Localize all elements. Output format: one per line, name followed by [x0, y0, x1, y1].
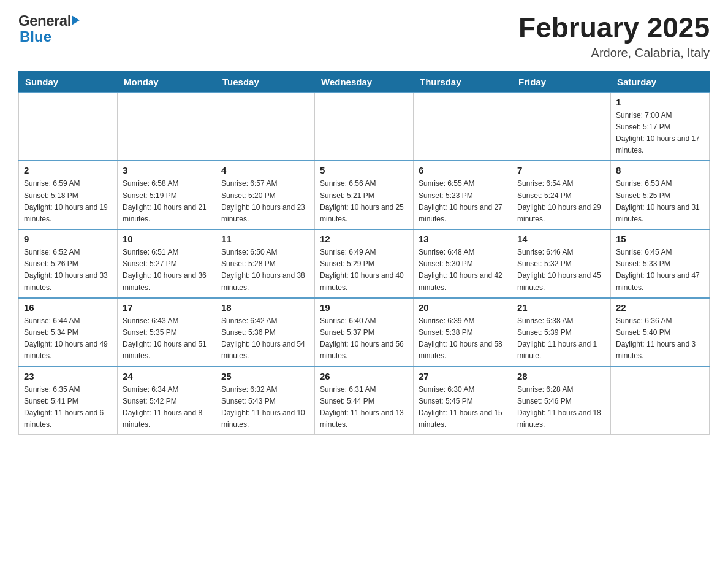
day-info: Sunrise: 6:40 AM Sunset: 5:37 PM Dayligh…	[320, 315, 408, 362]
calendar-cell: 20Sunrise: 6:39 AM Sunset: 5:38 PM Dayli…	[414, 298, 512, 367]
calendar-cell: 1Sunrise: 7:00 AM Sunset: 5:17 PM Daylig…	[611, 93, 710, 161]
day-info: Sunrise: 6:31 AM Sunset: 5:44 PM Dayligh…	[320, 384, 408, 431]
day-number: 2	[24, 165, 112, 175]
day-info: Sunrise: 7:00 AM Sunset: 5:17 PM Dayligh…	[616, 110, 704, 157]
day-number: 9	[24, 234, 112, 244]
day-info: Sunrise: 6:56 AM Sunset: 5:21 PM Dayligh…	[320, 178, 408, 225]
day-number: 11	[221, 234, 309, 244]
day-info: Sunrise: 6:35 AM Sunset: 5:41 PM Dayligh…	[24, 384, 112, 431]
weekday-header-row: SundayMondayTuesdayWednesdayThursdayFrid…	[19, 71, 710, 93]
weekday-header-tuesday: Tuesday	[216, 71, 315, 93]
day-number: 16	[24, 302, 112, 313]
day-info: Sunrise: 6:39 AM Sunset: 5:38 PM Dayligh…	[419, 315, 507, 362]
day-number: 23	[24, 371, 112, 381]
day-info: Sunrise: 6:54 AM Sunset: 5:24 PM Dayligh…	[517, 178, 605, 225]
calendar-cell	[216, 93, 315, 161]
day-info: Sunrise: 6:48 AM Sunset: 5:30 PM Dayligh…	[419, 247, 507, 294]
day-info: Sunrise: 6:46 AM Sunset: 5:32 PM Dayligh…	[517, 247, 605, 294]
day-number: 28	[517, 371, 605, 381]
calendar-cell: 11Sunrise: 6:50 AM Sunset: 5:28 PM Dayli…	[216, 229, 315, 298]
calendar-cell: 23Sunrise: 6:35 AM Sunset: 5:41 PM Dayli…	[19, 367, 118, 435]
day-number: 13	[419, 234, 507, 244]
calendar-cell: 27Sunrise: 6:30 AM Sunset: 5:45 PM Dayli…	[414, 367, 512, 435]
weekday-header-wednesday: Wednesday	[315, 71, 414, 93]
day-info: Sunrise: 6:36 AM Sunset: 5:40 PM Dayligh…	[616, 315, 704, 362]
day-number: 27	[419, 371, 507, 381]
calendar-cell: 28Sunrise: 6:28 AM Sunset: 5:46 PM Dayli…	[512, 367, 611, 435]
day-number: 1	[616, 97, 704, 107]
day-number: 3	[123, 165, 211, 175]
weekday-header-sunday: Sunday	[19, 71, 118, 93]
calendar-cell: 15Sunrise: 6:45 AM Sunset: 5:33 PM Dayli…	[611, 229, 710, 298]
title-block: February 2025 Ardore, Calabria, Italy	[518, 12, 710, 60]
calendar-cell	[19, 93, 118, 161]
day-number: 17	[123, 302, 211, 313]
calendar-cell	[118, 93, 216, 161]
calendar-cell: 10Sunrise: 6:51 AM Sunset: 5:27 PM Dayli…	[118, 229, 216, 298]
day-info: Sunrise: 6:32 AM Sunset: 5:43 PM Dayligh…	[221, 384, 309, 431]
calendar-cell	[611, 367, 710, 435]
calendar-cell: 21Sunrise: 6:38 AM Sunset: 5:39 PM Dayli…	[512, 298, 611, 367]
calendar-week-row: 1Sunrise: 7:00 AM Sunset: 5:17 PM Daylig…	[19, 93, 710, 161]
calendar-cell: 6Sunrise: 6:55 AM Sunset: 5:23 PM Daylig…	[414, 161, 512, 229]
day-info: Sunrise: 6:45 AM Sunset: 5:33 PM Dayligh…	[616, 247, 704, 294]
page-header: General Blue February 2025 Ardore, Calab…	[18, 12, 710, 60]
calendar-cell: 12Sunrise: 6:49 AM Sunset: 5:29 PM Dayli…	[315, 229, 414, 298]
day-number: 22	[616, 302, 704, 313]
calendar-cell	[315, 93, 414, 161]
calendar-cell: 19Sunrise: 6:40 AM Sunset: 5:37 PM Dayli…	[315, 298, 414, 367]
day-info: Sunrise: 6:58 AM Sunset: 5:19 PM Dayligh…	[123, 178, 211, 225]
day-info: Sunrise: 6:51 AM Sunset: 5:27 PM Dayligh…	[123, 247, 211, 294]
day-number: 20	[419, 302, 507, 313]
day-number: 5	[320, 165, 408, 175]
weekday-header-saturday: Saturday	[611, 71, 710, 93]
calendar-cell: 2Sunrise: 6:59 AM Sunset: 5:18 PM Daylig…	[19, 161, 118, 229]
calendar-cell: 7Sunrise: 6:54 AM Sunset: 5:24 PM Daylig…	[512, 161, 611, 229]
calendar-cell: 9Sunrise: 6:52 AM Sunset: 5:26 PM Daylig…	[19, 229, 118, 298]
calendar-cell: 26Sunrise: 6:31 AM Sunset: 5:44 PM Dayli…	[315, 367, 414, 435]
day-number: 4	[221, 165, 309, 175]
day-number: 12	[320, 234, 408, 244]
calendar-cell: 3Sunrise: 6:58 AM Sunset: 5:19 PM Daylig…	[118, 161, 216, 229]
month-year-title: February 2025	[518, 12, 710, 44]
day-number: 10	[123, 234, 211, 244]
day-info: Sunrise: 6:49 AM Sunset: 5:29 PM Dayligh…	[320, 247, 408, 294]
day-info: Sunrise: 6:30 AM Sunset: 5:45 PM Dayligh…	[419, 384, 507, 431]
day-number: 8	[616, 165, 704, 175]
weekday-header-friday: Friday	[512, 71, 611, 93]
calendar-week-row: 9Sunrise: 6:52 AM Sunset: 5:26 PM Daylig…	[19, 229, 710, 298]
calendar-cell	[414, 93, 512, 161]
day-info: Sunrise: 6:57 AM Sunset: 5:20 PM Dayligh…	[221, 178, 309, 225]
weekday-header-monday: Monday	[118, 71, 216, 93]
day-number: 18	[221, 302, 309, 313]
day-number: 15	[616, 234, 704, 244]
day-number: 14	[517, 234, 605, 244]
day-info: Sunrise: 6:59 AM Sunset: 5:18 PM Dayligh…	[24, 178, 112, 225]
day-number: 24	[123, 371, 211, 381]
location-subtitle: Ardore, Calabria, Italy	[518, 46, 710, 60]
calendar-week-row: 23Sunrise: 6:35 AM Sunset: 5:41 PM Dayli…	[19, 367, 710, 435]
calendar-cell: 4Sunrise: 6:57 AM Sunset: 5:20 PM Daylig…	[216, 161, 315, 229]
day-info: Sunrise: 6:28 AM Sunset: 5:46 PM Dayligh…	[517, 384, 605, 431]
day-number: 6	[419, 165, 507, 175]
calendar-cell: 13Sunrise: 6:48 AM Sunset: 5:30 PM Dayli…	[414, 229, 512, 298]
calendar-week-row: 16Sunrise: 6:44 AM Sunset: 5:34 PM Dayli…	[19, 298, 710, 367]
day-number: 21	[517, 302, 605, 313]
weekday-header-thursday: Thursday	[414, 71, 512, 93]
calendar-cell: 25Sunrise: 6:32 AM Sunset: 5:43 PM Dayli…	[216, 367, 315, 435]
day-info: Sunrise: 6:38 AM Sunset: 5:39 PM Dayligh…	[517, 315, 605, 362]
day-info: Sunrise: 6:42 AM Sunset: 5:36 PM Dayligh…	[221, 315, 309, 362]
calendar-cell: 5Sunrise: 6:56 AM Sunset: 5:21 PM Daylig…	[315, 161, 414, 229]
calendar-cell	[512, 93, 611, 161]
calendar-cell: 16Sunrise: 6:44 AM Sunset: 5:34 PM Dayli…	[19, 298, 118, 367]
calendar-week-row: 2Sunrise: 6:59 AM Sunset: 5:18 PM Daylig…	[19, 161, 710, 229]
day-number: 25	[221, 371, 309, 381]
calendar-cell: 14Sunrise: 6:46 AM Sunset: 5:32 PM Dayli…	[512, 229, 611, 298]
calendar-cell: 24Sunrise: 6:34 AM Sunset: 5:42 PM Dayli…	[118, 367, 216, 435]
calendar-cell: 22Sunrise: 6:36 AM Sunset: 5:40 PM Dayli…	[611, 298, 710, 367]
logo-general-text: General	[18, 12, 71, 29]
day-number: 7	[517, 165, 605, 175]
day-info: Sunrise: 6:52 AM Sunset: 5:26 PM Dayligh…	[24, 247, 112, 294]
day-info: Sunrise: 6:50 AM Sunset: 5:28 PM Dayligh…	[221, 247, 309, 294]
day-number: 26	[320, 371, 408, 381]
